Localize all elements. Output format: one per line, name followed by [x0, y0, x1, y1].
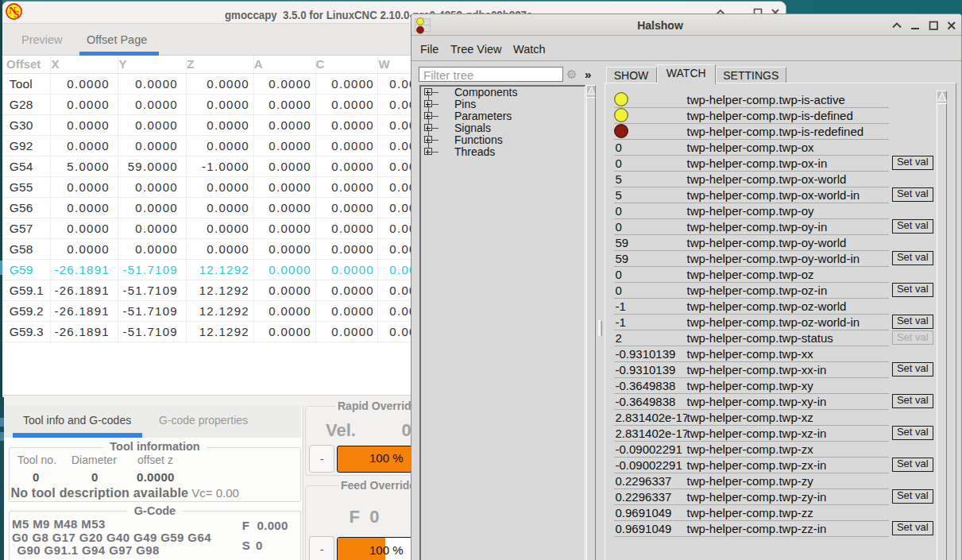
- svg-text:S: S: [14, 9, 20, 20]
